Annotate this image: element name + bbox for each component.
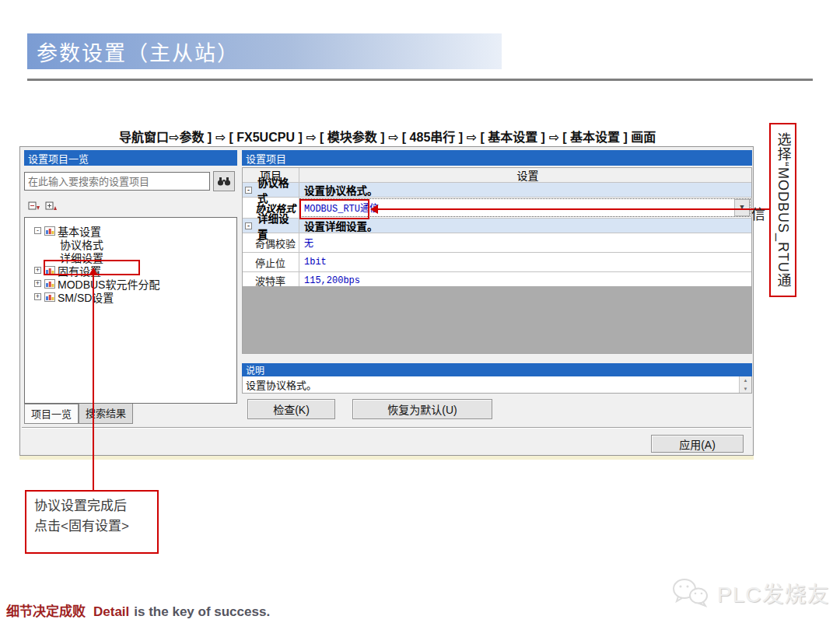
side-note-connector-line: [378, 208, 770, 210]
tree-item-sm-sd-settings[interactable]: + SM/SD设置: [25, 290, 236, 303]
watermark-text: PLC发烧友: [717, 577, 829, 608]
tab-item-list[interactable]: 项目一览: [24, 404, 79, 424]
wechat-icon: [670, 577, 711, 608]
expand-icon[interactable]: +: [34, 280, 41, 287]
description-header: 说明: [242, 363, 752, 376]
page-title: 参数设置（主从站）: [27, 33, 502, 69]
parameter-icon: [44, 226, 55, 236]
footer-en-rest: is the key of success.: [134, 604, 270, 619]
settings-table: 项目 设置 - 协议格式 设置协议格式。 协议格式 MODBUS_RTU通信 ▼: [242, 167, 752, 289]
row-value: 1bit: [299, 253, 751, 271]
dialog-separator: [22, 427, 751, 429]
chevron-down-icon: ▼: [740, 204, 744, 212]
table-row-detail-group[interactable]: - 详细设置 设置详细设置。: [243, 219, 751, 233]
callout-connector-line: [93, 274, 94, 491]
row-label: 停止位: [243, 253, 299, 271]
side-note-text: 选择“MODBUS_RTU通: [773, 132, 793, 288]
scroll-down-icon[interactable]: ▼: [744, 387, 748, 391]
row-label: 奇偶校验: [243, 233, 299, 252]
table-row-parity[interactable]: 奇偶校验 无: [243, 233, 751, 253]
highlight-box-protocol-value: [299, 199, 369, 219]
setting-item-list-header: 设置项目一览: [24, 150, 237, 166]
description-text: 设置协议格式。: [246, 377, 317, 392]
dropdown-button[interactable]: ▼: [734, 199, 750, 216]
slide: 参数设置（主从站） 导航窗口⇨参数 ] ⇨ [ FX5UCPU ] ⇨ [ 模块…: [0, 0, 840, 630]
side-note-box: 选择“MODBUS_RTU通: [769, 123, 796, 297]
footer-cn-text: 细节决定成败: [6, 604, 86, 619]
expand-all-icon[interactable]: [45, 201, 58, 213]
row-value: 设置协议格式。: [299, 183, 751, 197]
watermark-logo: PLC发烧友: [670, 577, 829, 608]
restore-default-button[interactable]: 恢复为默认(U): [352, 399, 492, 419]
check-button[interactable]: 检查(K): [247, 399, 335, 419]
arrow-up-icon: [89, 268, 98, 275]
title-underline: [27, 79, 813, 81]
row-value: 设置详细设置。: [299, 219, 751, 233]
footer-en-highlight: Detail: [93, 604, 129, 619]
parameter-icon: [44, 279, 55, 289]
expand-icon[interactable]: +: [34, 293, 41, 300]
table-row-protocol-group[interactable]: - 协议格式 设置协议格式。: [243, 183, 751, 198]
tree-item-label: SM/SD设置: [58, 289, 114, 305]
tree-item-basic-settings[interactable]: - 基本设置: [25, 224, 236, 237]
apply-button[interactable]: 应用(A): [651, 435, 744, 453]
search-button[interactable]: [213, 171, 235, 191]
binoculars-icon: [217, 176, 231, 187]
settings-dialog: 设置项目一览: [19, 146, 754, 456]
scroll-up-icon[interactable]: ▲: [744, 378, 748, 383]
callout-line1: 协议设置完成后: [34, 496, 157, 516]
breadcrumb: 导航窗口⇨参数 ] ⇨ [ FX5UCPU ] ⇨ [ 模块参数 ] ⇨ [ 4…: [119, 127, 710, 145]
tree-item-modbus-device-assignment[interactable]: + MODBUS软元件分配: [25, 277, 236, 290]
table-header-row: 项目 设置: [243, 168, 751, 183]
collapse-all-icon[interactable]: [28, 201, 40, 213]
scrollbar[interactable]: ▲ ▼: [739, 376, 751, 393]
description-body: 设置协议格式。 ▲ ▼: [242, 376, 752, 394]
row-value: 无: [299, 233, 751, 252]
setting-item-header: 设置项目: [242, 150, 752, 166]
table-row-stop-bit[interactable]: 停止位 1bit: [243, 253, 751, 272]
callout-note: 协议设置完成后 点击<固有设置>: [25, 490, 159, 554]
parameter-icon: [44, 292, 55, 302]
search-input[interactable]: [24, 172, 210, 191]
arrow-left-icon: [370, 205, 378, 214]
side-note-overflow-char: 信: [751, 203, 765, 223]
callout-line2: 点击<固有设置>: [34, 516, 157, 537]
collapse-icon[interactable]: -: [245, 187, 252, 194]
tab-search-results[interactable]: 搜索结果: [79, 404, 133, 424]
table-empty-area: [242, 286, 752, 354]
footer-motto: 细节决定成败Detailis the key of success.: [6, 600, 270, 620]
collapse-icon[interactable]: -: [245, 222, 252, 229]
setting-tree: - 基本设置 协议格式 详细设置 + 固有设置: [24, 217, 237, 404]
page-title-text: 参数设置（主从站）: [37, 37, 240, 67]
dialog-bottom-highlight: [19, 456, 754, 460]
column-header-setting: 设置: [299, 168, 751, 182]
expand-icon[interactable]: +: [34, 267, 41, 274]
collapse-icon[interactable]: -: [34, 227, 41, 234]
tree-item-protocol-format[interactable]: 协议格式: [25, 237, 236, 250]
